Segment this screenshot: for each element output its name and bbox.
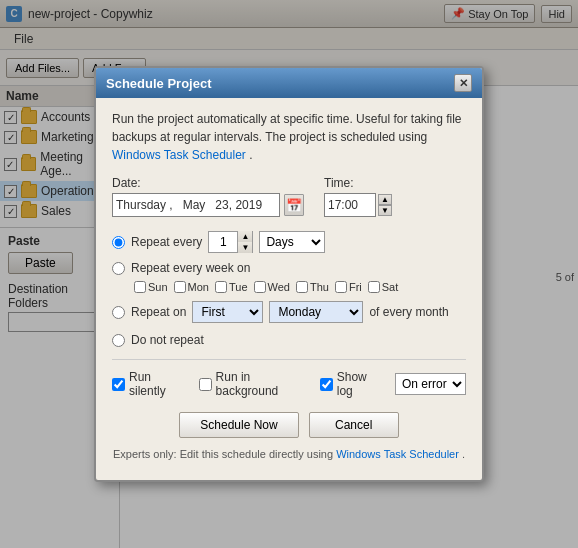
do-not-repeat-section: Do not repeat: [112, 333, 466, 347]
run-silently-checkbox[interactable]: [112, 378, 125, 391]
run-background-checkbox[interactable]: [199, 378, 212, 391]
repeat-every-radio[interactable]: [112, 236, 125, 249]
action-buttons: Schedule Now Cancel: [112, 412, 466, 438]
show-log-check: Show log: [320, 370, 379, 398]
modal-overlay: Schedule Project ✕ Run the project autom…: [0, 0, 578, 548]
repeat-every-label: Repeat every: [131, 235, 202, 249]
mon-checkbox[interactable]: [174, 281, 186, 293]
run-silently-check: Run silently: [112, 370, 183, 398]
repeat-week-label: Repeat every week on: [131, 261, 250, 275]
repeat-every-down[interactable]: ▼: [238, 242, 252, 253]
calendar-button[interactable]: 📅: [284, 194, 304, 216]
run-background-check: Run in background: [199, 370, 304, 398]
thu-checkbox[interactable]: [296, 281, 308, 293]
sat-checkbox[interactable]: [368, 281, 380, 293]
day-tue: Tue: [215, 281, 248, 293]
repeat-on-section: Repeat on First Second Third Fourth Last…: [112, 301, 466, 323]
dialog-body: Run the project automatically at specifi…: [96, 98, 482, 480]
time-group: Time: ▲ ▼: [324, 176, 392, 217]
dialog-title: Schedule Project: [106, 76, 211, 91]
repeat-on-first-select[interactable]: First Second Third Fourth Last: [192, 301, 263, 323]
time-spin: ▲ ▼: [378, 194, 392, 216]
repeat-week-section: Repeat every week on Sun Mon Tue: [112, 261, 466, 293]
time-input-container: [324, 193, 376, 217]
repeat-on-day-select[interactable]: Monday Tuesday Wednesday Thursday Friday…: [269, 301, 363, 323]
wed-checkbox[interactable]: [254, 281, 266, 293]
do-not-repeat-label: Do not repeat: [131, 333, 204, 347]
repeat-every-up[interactable]: ▲: [238, 231, 252, 242]
repeat-on-radio[interactable]: [112, 306, 125, 319]
fri-checkbox[interactable]: [335, 281, 347, 293]
desc-end: .: [249, 148, 252, 162]
day-thu: Thu: [296, 281, 329, 293]
day-wed: Wed: [254, 281, 290, 293]
footer-text: Experts only: Edit this schedule directl…: [113, 448, 333, 460]
date-label: Date:: [112, 176, 304, 190]
day-sat: Sat: [368, 281, 399, 293]
mon-label: Mon: [188, 281, 209, 293]
time-label: Time:: [324, 176, 392, 190]
repeat-every-spin-group: ▲ ▼: [208, 231, 253, 253]
sun-checkbox[interactable]: [134, 281, 146, 293]
run-silently-label: Run silently: [129, 370, 183, 398]
day-mon: Mon: [174, 281, 209, 293]
sun-label: Sun: [148, 281, 168, 293]
repeat-every-input[interactable]: [209, 232, 237, 252]
task-scheduler-link-desc[interactable]: Windows Task Scheduler: [112, 148, 246, 162]
time-spin-down[interactable]: ▼: [378, 205, 392, 216]
footer-end: .: [462, 448, 465, 460]
date-group: Date: 📅: [112, 176, 304, 217]
schedule-dialog: Schedule Project ✕ Run the project autom…: [94, 66, 484, 482]
dialog-footer: Experts only: Edit this schedule directl…: [112, 448, 466, 468]
date-input[interactable]: [116, 198, 276, 212]
dialog-close-button[interactable]: ✕: [454, 74, 472, 92]
do-not-repeat-radio[interactable]: [112, 334, 125, 347]
thu-label: Thu: [310, 281, 329, 293]
fri-label: Fri: [349, 281, 362, 293]
dialog-titlebar: Schedule Project ✕: [96, 68, 482, 98]
tue-checkbox[interactable]: [215, 281, 227, 293]
date-input-container: [112, 193, 280, 217]
repeat-on-suffix: of every month: [369, 305, 448, 319]
repeat-every-row: Repeat every ▲ ▼ Days Weeks Months: [112, 231, 466, 253]
show-log-checkbox[interactable]: [320, 378, 333, 391]
date-time-row: Date: 📅 Time: ▲: [112, 176, 466, 217]
on-error-select[interactable]: On error Always Never: [395, 373, 466, 395]
cancel-button[interactable]: Cancel: [309, 412, 399, 438]
bottom-checks: Run silently Run in background Show log …: [112, 359, 466, 398]
week-days-row: Sun Mon Tue Wed: [134, 281, 466, 293]
schedule-now-button[interactable]: Schedule Now: [179, 412, 298, 438]
repeat-every-section: Repeat every ▲ ▼ Days Weeks Months: [112, 231, 466, 253]
wed-label: Wed: [268, 281, 290, 293]
day-sun: Sun: [134, 281, 168, 293]
repeat-on-label: Repeat on: [131, 305, 186, 319]
repeat-unit-select[interactable]: Days Weeks Months: [259, 231, 325, 253]
run-background-label: Run in background: [216, 370, 304, 398]
sat-label: Sat: [382, 281, 399, 293]
task-scheduler-link-footer[interactable]: Windows Task Scheduler: [336, 448, 459, 460]
dialog-description: Run the project automatically at specifi…: [112, 110, 466, 164]
repeat-every-arrows: ▲ ▼: [237, 231, 252, 253]
desc-text: Run the project automatically at specifi…: [112, 112, 462, 144]
time-input[interactable]: [328, 198, 372, 212]
tue-label: Tue: [229, 281, 248, 293]
repeat-week-radio[interactable]: [112, 262, 125, 275]
day-fri: Fri: [335, 281, 362, 293]
repeat-week-row: Repeat every week on: [112, 261, 466, 275]
time-spin-up[interactable]: ▲: [378, 194, 392, 205]
show-log-label: Show log: [337, 370, 379, 398]
